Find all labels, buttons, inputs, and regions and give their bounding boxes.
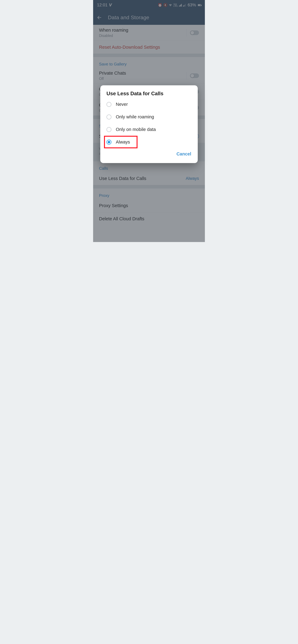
row-delete-drafts[interactable]: Delete All Cloud Drafts bbox=[93, 212, 205, 225]
page-title: Data and Storage bbox=[108, 14, 149, 20]
when-roaming-right bbox=[183, 29, 199, 36]
option-never[interactable]: Never bbox=[100, 98, 198, 110]
section-gap bbox=[93, 185, 205, 188]
option-always[interactable]: Always bbox=[104, 136, 138, 148]
dialog-actions: Cancel bbox=[100, 148, 198, 161]
row-reset-auto-download[interactable]: Reset Auto-Download Settings bbox=[93, 41, 205, 54]
radio-icon bbox=[106, 114, 112, 120]
use-less-data-value: Always bbox=[186, 176, 199, 181]
status-time: 12:01 bbox=[97, 3, 108, 8]
status-left: 12:01 V bbox=[97, 3, 112, 8]
row-private-chats[interactable]: Private Chats Off bbox=[93, 68, 205, 84]
battery-percent: 63% bbox=[188, 3, 196, 8]
status-right: ⏰ 🔇 Vo)) LTE1 63% bbox=[158, 3, 201, 8]
save-to-gallery-header: Save to Gallery bbox=[93, 57, 205, 68]
section-proxy: Proxy Proxy Settings Delete All Cloud Dr… bbox=[93, 188, 205, 225]
proxy-header: Proxy bbox=[93, 188, 205, 199]
row-proxy-settings[interactable]: Proxy Settings bbox=[93, 199, 205, 212]
wifi-icon bbox=[169, 3, 172, 7]
delete-drafts-title: Delete All Cloud Drafts bbox=[99, 216, 144, 222]
private-chats-toggle[interactable] bbox=[190, 74, 199, 78]
app-bar: Data and Storage bbox=[93, 10, 205, 25]
dialog-title: Use Less Data for Calls bbox=[100, 90, 198, 98]
radio-icon-checked bbox=[106, 140, 112, 144]
row-when-roaming[interactable]: When roaming Disabled bbox=[93, 25, 205, 41]
section-gap bbox=[93, 54, 205, 57]
status-carrier-icon: V bbox=[109, 3, 112, 8]
proxy-settings-title: Proxy Settings bbox=[99, 203, 128, 208]
when-roaming-title: When roaming bbox=[99, 28, 128, 33]
battery-icon bbox=[198, 4, 201, 6]
back-button[interactable] bbox=[96, 14, 102, 21]
status-bar: 12:01 V ⏰ 🔇 Vo)) LTE1 63% bbox=[93, 0, 205, 10]
when-roaming-toggle[interactable] bbox=[190, 30, 199, 35]
option-label: Only while roaming bbox=[116, 114, 154, 120]
alarm-icon: ⏰ bbox=[158, 3, 162, 7]
volte-label-top: Vo)) bbox=[173, 3, 178, 5]
when-roaming-subtitle: Disabled bbox=[99, 34, 128, 38]
row-use-less-data[interactable]: Use Less Data for Calls Always bbox=[93, 172, 205, 185]
section-auto-download: When roaming Disabled Reset Auto-Downloa… bbox=[93, 25, 205, 54]
cancel-button[interactable]: Cancel bbox=[176, 150, 192, 158]
use-less-data-title: Use Less Data for Calls bbox=[99, 176, 146, 181]
radio-icon bbox=[106, 102, 112, 107]
private-chats-subtitle: Off bbox=[99, 77, 126, 81]
option-label: Never bbox=[116, 102, 128, 107]
volte-label-bottom: LTE1 bbox=[173, 5, 178, 7]
option-only-mobile[interactable]: Only on mobile data bbox=[100, 123, 198, 136]
radio-icon bbox=[106, 127, 112, 132]
section-calls: Calls Use Less Data for Calls Always bbox=[93, 161, 205, 185]
use-less-data-dialog: Use Less Data for Calls Never Only while… bbox=[100, 85, 198, 163]
option-label: Always bbox=[116, 140, 130, 144]
option-only-roaming[interactable]: Only while roaming bbox=[100, 110, 198, 123]
mute-vibrate-icon: 🔇 bbox=[163, 3, 168, 7]
reset-auto-download-label: Reset Auto-Download Settings bbox=[99, 45, 160, 50]
volte-icon: Vo)) LTE1 bbox=[173, 3, 178, 7]
device-frame: 12:01 V ⏰ 🔇 Vo)) LTE1 63% Data and Stora… bbox=[93, 0, 205, 242]
signal-icon-1 bbox=[179, 4, 182, 6]
signal-icon-2 bbox=[183, 4, 186, 6]
option-label: Only on mobile data bbox=[116, 127, 156, 132]
private-chats-title: Private Chats bbox=[99, 70, 126, 76]
